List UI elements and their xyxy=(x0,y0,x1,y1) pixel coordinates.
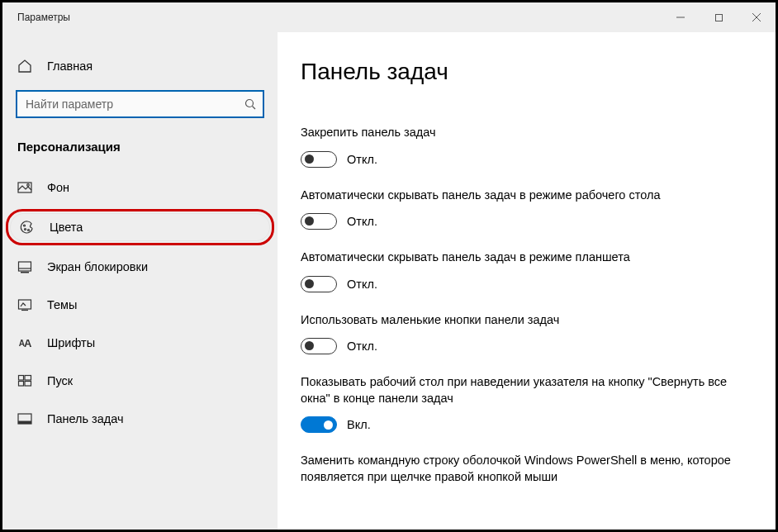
svg-point-7 xyxy=(27,184,30,187)
sidebar-item-taskbar[interactable]: Панель задач xyxy=(2,402,278,435)
content-area: Главная Персонализация Фон Цвета Экран б… xyxy=(2,32,776,530)
home-icon xyxy=(17,59,32,74)
svg-rect-19 xyxy=(25,382,31,387)
sidebar-item-label: Фон xyxy=(47,181,69,194)
setting-label-powershell: Заменить командную строку оболочкой Wind… xyxy=(301,453,741,485)
toggle-switch[interactable] xyxy=(301,213,337,230)
palette-icon xyxy=(20,220,35,235)
sidebar-item-themes[interactable]: Темы xyxy=(2,288,278,321)
setting-small-buttons: Использовать маленькие кнопки панели зад… xyxy=(301,312,741,355)
setting-autohide-tablet: Автоматически скрывать панель задач в ре… xyxy=(301,249,741,292)
setting-label: Закрепить панель задач xyxy=(301,125,741,141)
sidebar-item-label: Экран блокировки xyxy=(47,260,148,273)
toggle-switch[interactable] xyxy=(301,338,337,354)
sidebar-item-label: Шрифты xyxy=(47,336,95,349)
home-link[interactable]: Главная xyxy=(2,52,278,90)
toggle-switch[interactable] xyxy=(301,416,337,433)
setting-lock-taskbar: Закрепить панель задач Откл. xyxy=(301,125,741,168)
maximize-icon xyxy=(714,13,723,22)
section-title: Персонализация xyxy=(2,135,278,169)
toggle-state: Откл. xyxy=(347,278,377,291)
svg-point-4 xyxy=(246,100,254,107)
sidebar: Главная Персонализация Фон Цвета Экран б… xyxy=(2,32,278,530)
home-label: Главная xyxy=(47,59,93,73)
svg-point-8 xyxy=(24,225,26,226)
setting-label: Показывать рабочий стол при наведении ук… xyxy=(301,374,741,406)
toggle-switch[interactable] xyxy=(301,151,337,168)
search-box[interactable] xyxy=(16,90,264,118)
search-input[interactable] xyxy=(17,92,263,116)
maximize-button[interactable] xyxy=(700,2,738,32)
start-icon xyxy=(17,373,32,388)
themes-icon xyxy=(17,297,32,312)
sidebar-item-label: Пуск xyxy=(47,374,73,387)
lockscreen-icon xyxy=(17,259,32,274)
nav-list: Фон Цвета Экран блокировки Темы AA Шрифт… xyxy=(2,169,278,438)
close-icon xyxy=(752,12,761,22)
title-bar: Параметры xyxy=(2,2,776,32)
toggle-state: Вкл. xyxy=(347,418,371,431)
svg-point-9 xyxy=(25,229,26,230)
sidebar-item-colors[interactable]: Цвета xyxy=(6,209,274,245)
sidebar-item-background[interactable]: Фон xyxy=(2,171,278,204)
setting-label: Использовать маленькие кнопки панели зад… xyxy=(301,312,741,329)
sidebar-item-label: Панель задач xyxy=(47,412,124,425)
svg-rect-17 xyxy=(25,376,31,381)
svg-rect-1 xyxy=(715,14,722,21)
window-controls xyxy=(662,2,776,32)
setting-label: Автоматически скрывать панель задач в ре… xyxy=(301,249,741,266)
taskbar-icon xyxy=(17,411,32,426)
page-heading: Панель задач xyxy=(301,59,741,85)
toggle-switch[interactable] xyxy=(301,276,337,292)
fonts-icon: AA xyxy=(17,335,32,350)
picture-icon xyxy=(17,180,32,195)
window-title: Параметры xyxy=(2,12,70,23)
main-panel: Панель задач Закрепить панель задач Откл… xyxy=(278,32,776,530)
sidebar-item-fonts[interactable]: AA Шрифты xyxy=(2,326,278,359)
toggle-state: Откл. xyxy=(347,215,377,228)
setting-autohide-desktop: Автоматически скрывать панель задач в ре… xyxy=(301,188,741,230)
setting-label: Автоматически скрывать панель задач в ре… xyxy=(301,188,741,204)
toggle-state: Откл. xyxy=(347,340,377,353)
close-button[interactable] xyxy=(738,2,776,32)
sidebar-item-label: Цвета xyxy=(50,221,83,234)
svg-line-5 xyxy=(253,107,256,110)
sidebar-item-label: Темы xyxy=(47,298,78,311)
minimize-button[interactable] xyxy=(662,2,700,32)
svg-rect-16 xyxy=(19,376,24,381)
svg-rect-11 xyxy=(19,262,31,271)
svg-rect-13 xyxy=(21,272,29,273)
search-icon xyxy=(244,98,256,110)
svg-point-10 xyxy=(28,230,30,231)
svg-rect-18 xyxy=(19,382,24,387)
setting-peek-desktop: Показывать рабочий стол при наведении ук… xyxy=(301,374,741,433)
svg-rect-21 xyxy=(18,421,31,425)
sidebar-item-start[interactable]: Пуск xyxy=(2,364,278,397)
sidebar-item-lockscreen[interactable]: Экран блокировки xyxy=(2,250,278,283)
minimize-icon xyxy=(676,12,685,22)
toggle-state: Откл. xyxy=(347,153,377,166)
